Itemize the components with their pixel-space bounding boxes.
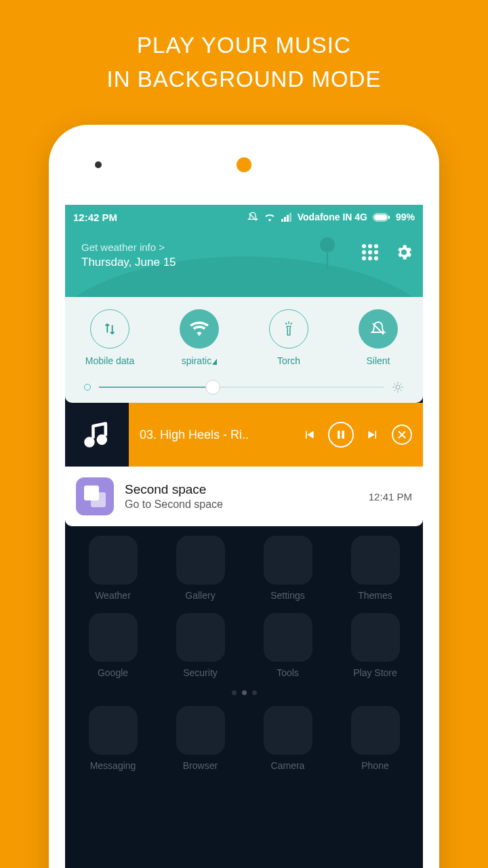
music-art[interactable] (65, 403, 129, 467)
app-label: Settings (270, 590, 305, 601)
wifi-icon (190, 321, 209, 336)
app-label: Google (98, 667, 128, 678)
second-space-notification[interactable]: Second space Go to Second space 12:41 PM (65, 467, 423, 526)
bell-off-icon (370, 321, 386, 337)
app-messaging[interactable]: Messaging (76, 706, 150, 771)
music-note-icon (82, 420, 112, 450)
status-time: 12:42 PM (73, 212, 117, 223)
svg-line-16 (394, 390, 396, 391)
app-icon (351, 536, 400, 585)
svg-rect-20 (338, 431, 340, 439)
app-security[interactable]: Security (163, 613, 238, 678)
home-screen: WeatherGallerySettingsThemes GoogleSecur… (65, 526, 423, 771)
music-notification: 03. High Heels - Ri.. (65, 403, 423, 467)
svg-rect-21 (342, 431, 345, 439)
app-icon (264, 613, 312, 662)
next-button[interactable] (366, 428, 380, 441)
app-label: Browser (183, 760, 218, 771)
svg-line-17 (401, 384, 402, 385)
svg-point-19 (99, 435, 106, 443)
brightness-slider[interactable] (65, 366, 423, 393)
weather-link[interactable]: Get weather info > (81, 241, 176, 253)
qs-silent[interactable]: Silent (344, 309, 412, 366)
app-settings[interactable]: Settings (251, 536, 325, 601)
second-space-icon (76, 477, 114, 515)
phone-camera (237, 157, 251, 172)
signal-icon (281, 212, 292, 222)
qs-label: spiratic (182, 355, 217, 366)
updown-icon (102, 321, 117, 336)
svg-rect-7 (388, 216, 390, 219)
pause-button[interactable] (328, 422, 354, 448)
app-icon (264, 536, 312, 585)
gear-icon[interactable] (394, 243, 413, 262)
notif-subtitle: Go to Second space (125, 498, 358, 511)
app-label: Themes (358, 590, 392, 601)
wifi-icon (264, 212, 276, 222)
status-carrier: Vodafone IN 4G (298, 212, 367, 222)
qs-label: Silent (366, 355, 390, 366)
notif-title: Second space (125, 482, 358, 497)
grid-button[interactable] (361, 243, 380, 262)
close-button[interactable] (392, 425, 412, 445)
battery-icon (373, 213, 390, 222)
app-label: Messaging (90, 760, 136, 771)
svg-line-15 (401, 390, 402, 391)
qs-mobile-data[interactable]: Mobile data (76, 309, 144, 366)
svg-rect-2 (284, 217, 286, 222)
promo-line-2: IN BACKGROUND MODE (0, 62, 488, 96)
app-icon (264, 706, 312, 755)
app-icon (89, 536, 138, 585)
bell-off-icon (247, 212, 258, 222)
promo-text: PLAY YOUR MUSIC IN BACKGROUND MODE (0, 0, 488, 96)
svg-rect-6 (374, 214, 388, 220)
app-icon (89, 706, 138, 755)
qs-label: Mobile data (85, 355, 134, 366)
page-dots (69, 690, 419, 695)
app-label: Phone (361, 760, 388, 771)
phone-screen: 12:42 PM Vodafone IN 4G 99% Get weather … (65, 205, 423, 868)
app-label: Weather (95, 590, 131, 601)
phone-frame: 12:42 PM Vodafone IN 4G 99% Get weather … (49, 125, 439, 868)
app-tools[interactable]: Tools (251, 613, 325, 678)
prev-button[interactable] (302, 428, 316, 441)
music-title: 03. High Heels - Ri.. (140, 428, 290, 442)
app-icon (176, 536, 225, 585)
promo-line-1: PLAY YOUR MUSIC (0, 28, 488, 62)
svg-rect-4 (289, 213, 291, 222)
app-play-store[interactable]: Play Store (338, 613, 413, 678)
app-icon (351, 613, 400, 662)
app-label: Play Store (353, 667, 397, 678)
status-right: Vodafone IN 4G 99% (247, 212, 415, 222)
app-weather[interactable]: Weather (76, 536, 150, 601)
app-label: Security (183, 667, 218, 678)
brightness-min-icon (84, 384, 91, 391)
app-icon (176, 613, 225, 662)
app-icon (351, 706, 400, 755)
svg-line-14 (394, 384, 396, 385)
app-themes[interactable]: Themes (338, 536, 413, 601)
torch-icon (281, 320, 296, 338)
app-gallery[interactable]: Gallery (163, 536, 238, 601)
svg-point-18 (86, 438, 94, 446)
app-phone[interactable]: Phone (338, 706, 413, 771)
svg-rect-3 (287, 215, 289, 222)
quick-settings: Mobile data spiratic Torch Silent (65, 297, 423, 403)
app-camera[interactable]: Camera (251, 706, 325, 771)
status-bar: 12:42 PM Vodafone IN 4G 99% (65, 205, 423, 229)
notif-time: 12:41 PM (369, 491, 412, 502)
app-google[interactable]: Google (76, 613, 150, 678)
svg-rect-1 (281, 219, 283, 222)
app-label: Tools (277, 667, 299, 678)
qs-torch[interactable]: Torch (255, 309, 323, 366)
sun-icon (392, 381, 404, 393)
status-battery: 99% (396, 212, 415, 222)
app-label: Camera (271, 760, 305, 771)
app-icon (176, 706, 225, 755)
header-date: Thursday, June 15 (81, 256, 176, 269)
app-label: Gallery (185, 590, 215, 601)
qs-label: Torch (277, 355, 300, 366)
qs-wifi[interactable]: spiratic (165, 309, 233, 366)
phone-sensor (95, 161, 102, 168)
app-browser[interactable]: Browser (163, 706, 238, 771)
